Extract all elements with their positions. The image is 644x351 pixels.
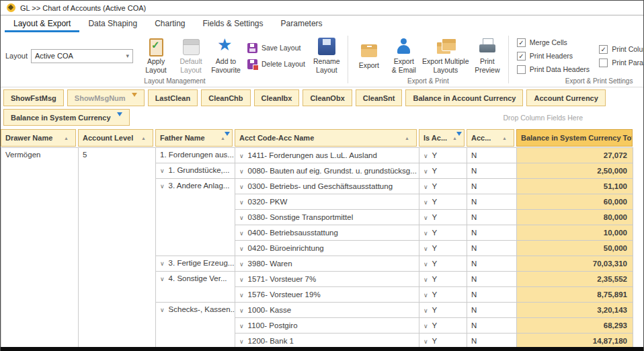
- column-header-acc[interactable]: Acc... ▲: [467, 129, 514, 147]
- acct-code-name-cell[interactable]: ∨3980- Waren: [235, 256, 419, 272]
- acct-code-name-cell[interactable]: ∨0420- Büroeinrichtung: [235, 241, 419, 256]
- acct-code-name-cell[interactable]: ∨1571- Vorsteuer 7%: [235, 272, 419, 287]
- expand-chevron-icon[interactable]: ∨: [239, 292, 244, 299]
- is-active-cell[interactable]: ∨Y: [419, 225, 467, 241]
- acct-code-name-cell[interactable]: ∨0400- Betriebsausstattung: [235, 225, 419, 241]
- filter-icon[interactable]: [456, 132, 462, 136]
- rename-layout-button[interactable]: RenameLayout: [309, 37, 344, 74]
- expand-chevron-icon[interactable]: ∨: [239, 323, 244, 329]
- field-chip-showmsgnum[interactable]: ShowMsgNum: [67, 89, 145, 106]
- export-email-button[interactable]: Export& Email: [387, 37, 421, 74]
- expand-chevron-icon[interactable]: ∨: [160, 183, 165, 190]
- father-name-cell[interactable]: ∨Schecks-, Kassen...: [156, 303, 235, 348]
- expand-chevron-icon[interactable]: ∨: [424, 245, 428, 252]
- field-chip-balance-in-system-currency[interactable]: Balance in System Currency: [3, 109, 130, 126]
- filter-icon[interactable]: [225, 132, 230, 136]
- expand-chevron-icon[interactable]: ∨: [239, 338, 244, 345]
- chevron-down-icon[interactable]: ▾: [122, 52, 130, 59]
- father-name-cell[interactable]: ∨3. Andere Anlag...: [156, 179, 235, 256]
- checkbox-box[interactable]: [517, 65, 526, 74]
- checkbox-print-column-headers[interactable]: ✓ Print Column Headers: [599, 45, 644, 54]
- acct-code-name-cell[interactable]: ∨1000- Kasse: [235, 303, 419, 318]
- expand-chevron-icon[interactable]: ∨: [239, 168, 244, 175]
- field-chip-balance-in-account-currency[interactable]: Balance in Account Currency: [405, 89, 523, 106]
- export-button[interactable]: Export: [352, 41, 387, 70]
- delete-layout-button[interactable]: Delete Layout: [247, 59, 305, 69]
- expand-chevron-icon[interactable]: ∨: [424, 214, 428, 221]
- field-chip-cleanibx[interactable]: CleanIbx: [254, 89, 300, 106]
- is-active-cell[interactable]: ∨Y: [419, 179, 467, 194]
- export-multiple-button[interactable]: Export MultipleLayouts: [421, 37, 470, 74]
- is-active-cell[interactable]: ∨Y: [419, 303, 467, 318]
- acct-code-name-cell[interactable]: ∨0320- PKW: [235, 194, 419, 210]
- expand-chevron-icon[interactable]: ∨: [160, 167, 165, 174]
- favourite-star-button[interactable]: Add toFavourite: [208, 37, 243, 74]
- field-chip-cleansnt[interactable]: CleanSnt: [356, 89, 403, 106]
- tab-parameters[interactable]: Parameters: [272, 15, 331, 32]
- expand-chevron-icon[interactable]: ∨: [424, 338, 428, 345]
- father-name-cell[interactable]: ∨1. Grundstücke,...: [156, 163, 235, 179]
- expand-chevron-icon[interactable]: ∨: [239, 261, 244, 268]
- acct-code-name-cell[interactable]: ∨1576- Vorsteuer 19%: [235, 287, 419, 303]
- default-layout-button[interactable]: DefaultLayout: [173, 37, 208, 74]
- field-chip-account-currency[interactable]: Account Currency: [526, 89, 605, 106]
- expand-chevron-icon[interactable]: ∨: [424, 168, 428, 175]
- expand-chevron-icon[interactable]: ∨: [239, 214, 244, 221]
- filter-icon[interactable]: [117, 112, 122, 116]
- expand-chevron-icon[interactable]: ∨: [424, 323, 428, 329]
- column-header-balance-in-system-currency-total[interactable]: Balance in System Currency Total ▲: [516, 129, 633, 147]
- is-active-cell[interactable]: ∨Y: [419, 148, 467, 163]
- tab-layout-export[interactable]: Layout & Export: [5, 15, 79, 32]
- is-active-cell[interactable]: ∨Y: [419, 318, 467, 334]
- acct-code-name-cell[interactable]: ∨1200- Bank 1: [235, 334, 419, 348]
- expand-chevron-icon[interactable]: ∨: [424, 292, 428, 299]
- expand-chevron-icon[interactable]: ∨: [239, 307, 244, 314]
- checkbox-merge-cells[interactable]: ✓ Merge Cells: [517, 38, 590, 47]
- print-preview-button[interactable]: PrintPreview: [470, 37, 505, 74]
- checkbox-print-headers[interactable]: ✓ Print Headers: [517, 52, 590, 61]
- save-layout-button[interactable]: Save Layout: [247, 43, 305, 53]
- expand-chevron-icon[interactable]: ∨: [424, 261, 428, 268]
- father-name-cell[interactable]: 1. Forderungen aus...: [156, 148, 235, 163]
- expand-chevron-icon[interactable]: ∨: [424, 307, 428, 314]
- father-name-cell[interactable]: ∨3. Fertige Erzeug...: [156, 256, 235, 272]
- checkbox-box[interactable]: ✓: [517, 52, 526, 61]
- is-active-cell[interactable]: ∨Y: [419, 241, 467, 256]
- checkbox-box[interactable]: [599, 58, 608, 67]
- acct-code-name-cell[interactable]: ∨1100- Postgiro: [235, 318, 419, 334]
- column-header-acct-code-acc-name[interactable]: Acct Code-Acc Name ▲: [235, 129, 417, 147]
- expand-chevron-icon[interactable]: ∨: [239, 245, 244, 252]
- acct-code-name-cell[interactable]: ∨0300- Betriebs- und Geschäftsausstattun…: [235, 179, 419, 194]
- is-active-cell[interactable]: ∨Y: [419, 287, 467, 303]
- checkbox-print-parameters[interactable]: Print Parameters: [599, 58, 644, 67]
- tab-fields-settings[interactable]: Fields & Settings: [194, 15, 272, 32]
- is-active-cell[interactable]: ∨Y: [419, 163, 467, 179]
- expand-chevron-icon[interactable]: ∨: [424, 184, 428, 190]
- tab-charting[interactable]: Charting: [146, 15, 194, 32]
- column-header-drawer-name[interactable]: Drawer Name ▲: [1, 129, 76, 147]
- expand-chevron-icon[interactable]: ∨: [239, 276, 244, 283]
- expand-chevron-icon[interactable]: ∨: [424, 276, 428, 283]
- is-active-cell[interactable]: ∨Y: [419, 272, 467, 287]
- is-active-cell[interactable]: ∨Y: [419, 194, 467, 210]
- field-chip-showfstmsg[interactable]: ShowFstMsg: [3, 89, 64, 106]
- checkbox-box[interactable]: ✓: [517, 38, 526, 47]
- is-active-cell[interactable]: ∨Y: [419, 210, 467, 225]
- filter-icon[interactable]: [132, 93, 137, 97]
- expand-chevron-icon[interactable]: ∨: [160, 276, 165, 282]
- field-chip-lastclean[interactable]: LastClean: [148, 89, 198, 106]
- expand-chevron-icon[interactable]: ∨: [160, 307, 165, 313]
- checkbox-box[interactable]: ✓: [599, 45, 608, 54]
- field-chip-cleanchb[interactable]: CleanChb: [201, 89, 250, 106]
- layout-select[interactable]: Active COA ▾: [31, 49, 133, 63]
- expand-chevron-icon[interactable]: ∨: [239, 230, 244, 237]
- apply-layout-button[interactable]: ApplyLayout: [138, 37, 173, 74]
- father-name-cell[interactable]: ∨4. Sonstige Ver...: [156, 272, 235, 303]
- expand-chevron-icon[interactable]: ∨: [239, 199, 244, 206]
- expand-chevron-icon[interactable]: ∨: [160, 260, 165, 267]
- column-header-is-ac[interactable]: Is Ac... ▲: [419, 129, 465, 147]
- field-chip-cleanobx[interactable]: CleanObx: [303, 89, 352, 106]
- acct-code-name-cell[interactable]: ∨0080- Bauten auf eig. Grundst. u. grund…: [235, 163, 419, 179]
- acct-code-name-cell[interactable]: ∨0380- Sonstige Transportmittel: [235, 210, 419, 225]
- expand-chevron-icon[interactable]: ∨: [424, 153, 428, 159]
